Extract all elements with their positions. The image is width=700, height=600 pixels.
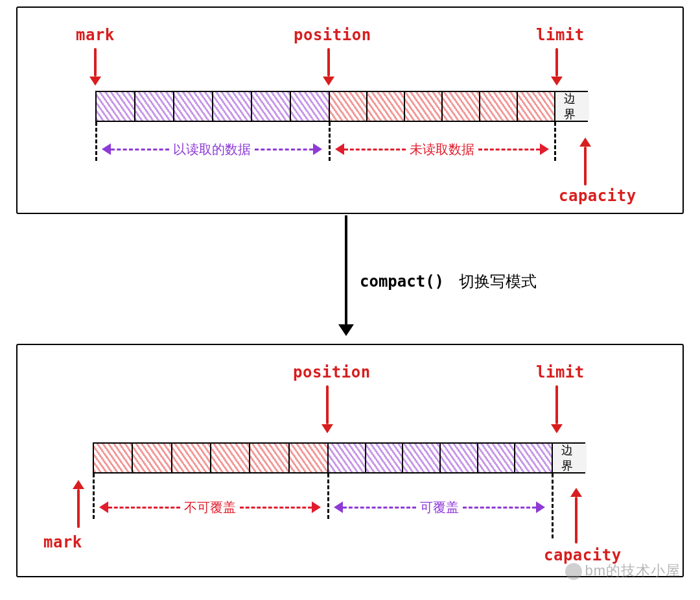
seg-noncover [94, 444, 329, 472]
arrow-limit-down-b-icon [549, 385, 565, 433]
label-mark-bottom: mark [43, 533, 82, 551]
boundary-label-b: 边界 [561, 442, 578, 474]
transition-method-text: compact() [360, 272, 444, 291]
watermark: bm的技术小屋 [565, 561, 681, 581]
label-limit-top: limit [536, 26, 585, 44]
range-noncover-text: 不可覆盖 [180, 499, 240, 516]
seg-boundary: 边界 [555, 92, 589, 121]
seg-read-data [97, 92, 330, 121]
label-mark-top: mark [76, 26, 115, 44]
dash-start-b [93, 474, 95, 519]
transition-method: compact() 切换写模式 [360, 271, 537, 292]
label-limit-bottom: limit [536, 363, 585, 381]
seg-boundary-b: 边界 [553, 444, 587, 472]
seg-cover [329, 444, 553, 472]
arrow-mark-down-icon [88, 48, 103, 86]
after-panel: position limit mark capacity 边界 不可覆盖 [16, 344, 684, 577]
watermark-text: bm的技术小屋 [585, 562, 681, 579]
dash-mark [95, 122, 97, 161]
boundary-label: 边界 [564, 91, 581, 122]
range-cover: 可覆盖 [334, 499, 545, 515]
arrow-capacity-up-icon [578, 138, 593, 186]
arrow-limit-down-icon [549, 48, 565, 86]
label-capacity-top: capacity [559, 187, 636, 205]
range-read-text: 以读取的数据 [169, 141, 255, 158]
transition-arrow-icon [345, 215, 347, 326]
dash-limit [554, 122, 556, 161]
arrow-mark-up-icon [71, 480, 86, 528]
dash-limit-b [552, 474, 554, 538]
label-position-top: position [294, 26, 371, 44]
arrow-position-down-icon [321, 48, 336, 86]
range-unread: 未读取数据 [335, 141, 549, 157]
seg-unread-data [330, 92, 555, 121]
before-panel: mark position limit capacity 边界 以读取的数据 [16, 6, 684, 214]
range-unread-text: 未读取数据 [406, 141, 478, 158]
transition-suffix: 切换写模式 [459, 272, 537, 290]
range-read: 以读取的数据 [102, 141, 322, 157]
arrow-position-down-b-icon [320, 385, 335, 433]
range-noncover: 不可覆盖 [99, 499, 321, 515]
range-cover-text: 可覆盖 [416, 499, 463, 516]
arrow-capacity-up-b-icon [568, 488, 584, 544]
buffer-before: 边界 [95, 91, 588, 122]
buffer-after: 边界 [93, 442, 585, 474]
dash-position-b [327, 474, 329, 519]
watermark-logo-icon [565, 563, 582, 580]
label-position-bottom: position [293, 363, 371, 381]
dash-position [329, 122, 331, 161]
